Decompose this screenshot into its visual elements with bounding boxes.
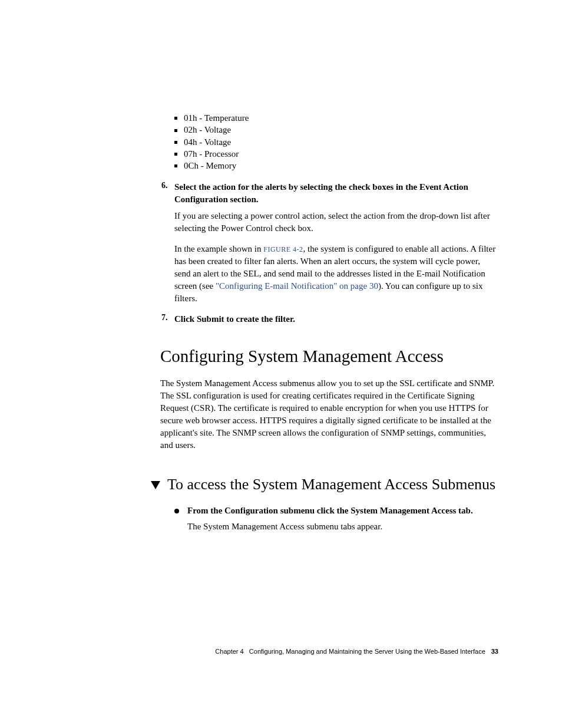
page-content: 01h - Temperature 02h - Voltage 04h - Vo…: [0, 112, 562, 536]
triangle-down-icon: [151, 481, 160, 492]
section-heading: Configuring System Management Access: [160, 346, 498, 367]
step-title: Click Submit to create the filter.: [174, 313, 498, 325]
list-item: 07h - Processor: [174, 148, 498, 160]
step-6: 6. Select the action for the alerts by s…: [161, 181, 498, 305]
step-number: 6.: [161, 181, 168, 190]
list-item: 04h - Voltage: [174, 136, 498, 148]
footer-title: Configuring, Managing and Maintaining th…: [249, 648, 485, 655]
procedure-heading: To access the System Management Access S…: [167, 475, 495, 495]
footer-chapter: Chapter 4: [215, 648, 243, 655]
section-xref-link[interactable]: "Configuring E-mail Notification" on pag…: [216, 281, 378, 291]
list-item: 0Ch - Memory: [174, 160, 498, 172]
step-title: Select the action for the alerts by sele…: [174, 181, 498, 205]
sensor-list: 01h - Temperature 02h - Voltage 04h - Vo…: [174, 112, 498, 172]
step-number: 7.: [161, 313, 168, 322]
step-body-text: In the example shown in FIGURE 4-2, the …: [174, 243, 498, 305]
procedure-step-body: The System Management Access submenu tab…: [187, 521, 498, 533]
text-run: In the example shown in: [174, 244, 263, 253]
section-body-text: The System Management Access submenus al…: [160, 377, 498, 452]
procedure-step: From the Configuration submenu click the…: [174, 505, 498, 533]
procedure-heading-row: To access the System Management Access S…: [151, 475, 498, 495]
list-item: 02h - Voltage: [174, 124, 498, 136]
procedure-step-title: From the Configuration submenu click the…: [187, 505, 498, 517]
svg-marker-0: [151, 481, 160, 489]
figure-xref-link[interactable]: FIGURE 4-2: [263, 245, 303, 253]
step-body-text: If you are selecting a power control act…: [174, 210, 498, 235]
list-item: 01h - Temperature: [174, 112, 498, 124]
step-7: 7. Click Submit to create the filter.: [161, 313, 498, 325]
page-footer: Chapter 4 Configuring, Managing and Main…: [0, 648, 498, 655]
page-number: 33: [491, 648, 498, 655]
